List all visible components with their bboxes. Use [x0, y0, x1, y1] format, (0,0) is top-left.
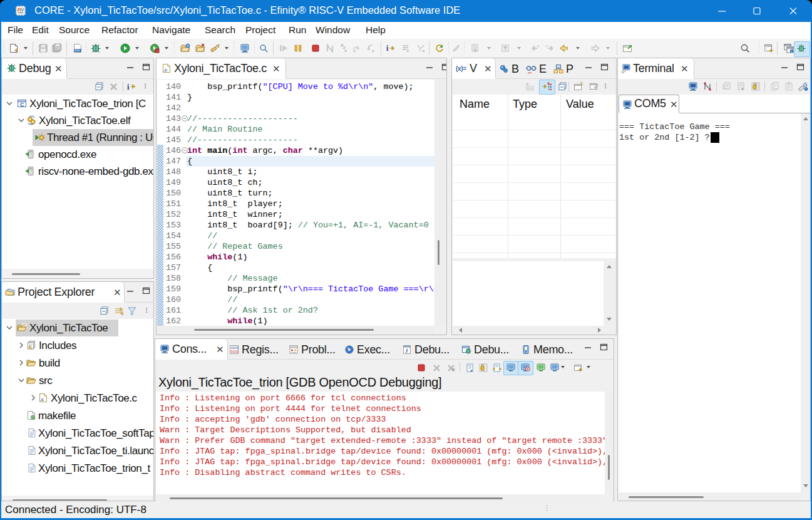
svg-text:C: C [20, 101, 24, 108]
svg-text:x=: x= [528, 71, 532, 75]
svg-text:V: V [21, 7, 24, 13]
svg-text:0101: 0101 [231, 350, 239, 354]
svg-text:.c: .c [40, 397, 44, 402]
svg-text:i: i [127, 83, 130, 91]
svg-text:C: C [23, 323, 26, 328]
svg-text:.c: .c [163, 67, 167, 73]
svg-text:C: C [791, 49, 793, 53]
svg-text:h: h [29, 345, 32, 350]
svg-text:i: i [386, 44, 389, 53]
svg-text:010: 010 [75, 49, 80, 52]
